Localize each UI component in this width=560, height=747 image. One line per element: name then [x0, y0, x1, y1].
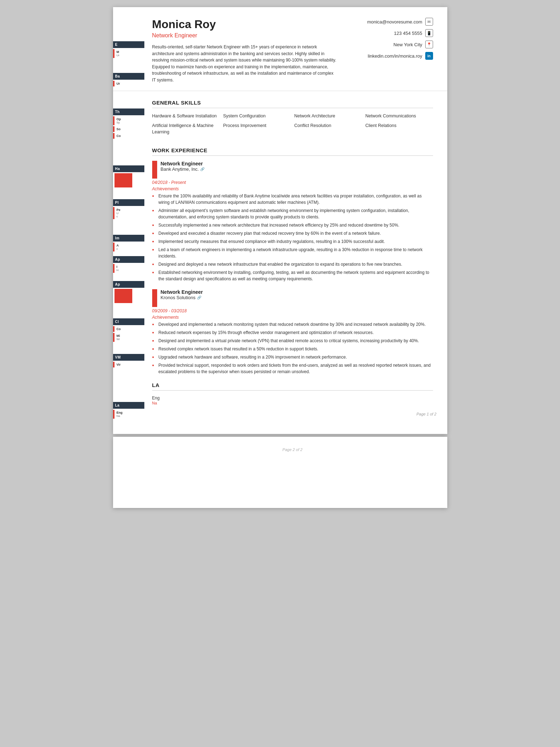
page2-footer-text: Page 2 of 2: [282, 447, 302, 452]
achievement-1-1: Reduced network expenses by 15% through …: [152, 329, 433, 336]
sidebar-item-a: A c: [113, 243, 144, 251]
skill-item-2: Network Architecture: [294, 113, 362, 120]
sidebar-section-im: Im A c: [113, 235, 144, 253]
job-achievements-list-1: Developed and implemented a network moni…: [152, 321, 433, 375]
sidebar-item-m: M Ur: [113, 49, 144, 58]
skills-section: GENERAL SKILLS Hardware & Software Insta…: [113, 91, 447, 139]
job-block-1: Network Engineer Kronos Solutions 🔗 09/2…: [152, 289, 433, 375]
sidebar-item-eng: Eng Na: [113, 410, 144, 419]
achievement-1-2: Designed and implemented a virtual priva…: [152, 338, 433, 344]
external-link-icon-0: 🔗: [200, 167, 204, 171]
achievement-1-5: Provided technical support, responded to…: [152, 362, 433, 375]
languages-item: Eng Na: [152, 396, 433, 406]
sidebar-item-co2: Co: [113, 326, 144, 332]
sidebar-section-ha: Ha: [113, 165, 144, 189]
resume-header: Monica Roy Network Engineer Results-orie…: [113, 7, 447, 91]
job-accent-bar-0: [152, 161, 157, 179]
job-header-0: Network Engineer Bank Anytime, Inc. 🔗: [161, 161, 205, 179]
sidebar-section-pl: Pl Pe U c: [113, 199, 144, 220]
sidebar-section-cl: Cl Co Mi Wi: [113, 318, 144, 343]
achievement-0-6: Designed and deployed a new network infr…: [152, 261, 433, 267]
sidebar-header-ha: Ha: [113, 165, 144, 172]
work-experience-title: WORK EXPERIENCE: [152, 147, 433, 156]
skill-item-7: Client Relations: [366, 123, 433, 135]
candidate-summary: Results-oriented, self-starter Network E…: [152, 44, 337, 84]
skill-item-1: System Configuration: [223, 113, 291, 120]
sidebar-section-ap2: Ap: [113, 281, 144, 304]
sidebar-section-la: La Eng Na: [113, 402, 144, 420]
skill-item-5: Process Improvement: [223, 123, 291, 135]
sidebar-section-vm: VM Vir: [113, 354, 144, 369]
location-icon: 📍: [425, 41, 433, 48]
job-date-1: 09/2009 - 03/2018: [152, 308, 433, 313]
phone-text: 123 454 5555: [394, 31, 422, 36]
sidebar-header-im: Im: [113, 235, 144, 242]
achievement-0-1: Administer all equipment's system softwa…: [152, 207, 433, 220]
languages-title-partial: LA: [152, 382, 433, 391]
sidebar-header-pl: Pl: [113, 199, 144, 206]
page1-footer: Page 1 of 2: [113, 409, 447, 419]
skill-item-3: Network Communications: [366, 113, 433, 120]
external-link-icon-1: 🔗: [197, 296, 201, 300]
sidebar-header-vm: VM: [113, 354, 144, 361]
sidebar-item-mi: Mi Wi: [113, 333, 144, 342]
languages-partial: LA Eng Na: [152, 382, 433, 406]
job-header-1: Network Engineer Kronos Solutions 🔗: [161, 289, 203, 307]
sidebar-header-la: La: [113, 402, 144, 409]
job-company-0: Bank Anytime, Inc. 🔗: [161, 166, 205, 172]
achievement-0-5: Led a team of network engineers in imple…: [152, 247, 433, 259]
sidebar-section-e: E M Ur: [113, 41, 144, 59]
sidebar-header-th: Th: [113, 108, 144, 115]
sidebar-item-pe: Pe U c: [113, 207, 144, 219]
candidate-name: Monica Roy: [152, 18, 337, 31]
job-accent-bar-1: [152, 289, 157, 307]
achievement-0-7: Established networking environment by in…: [152, 269, 433, 282]
sidebar-item-op: Op Sy: [113, 116, 144, 125]
page2-footer: Page 2 of 2: [152, 444, 433, 455]
job-title-0: Network Engineer: [161, 161, 205, 166]
phone-icon: 📱: [425, 29, 433, 37]
sidebar: E M Ur Ba Ur Th Op Sy So Co: [113, 7, 144, 434]
sidebar-section-ap1: Ap I H: [113, 256, 144, 274]
page-2: Page 2 of 2: [113, 437, 447, 508]
job-title-1: Network Engineer: [161, 289, 203, 295]
achievement-0-0: Ensure the 100% availability and reliabi…: [152, 193, 433, 206]
job-achievements-label-1: Achievements: [152, 315, 433, 320]
header-right: monica@novoresume.com ✉ 123 454 5555 📱 N…: [355, 18, 433, 60]
sidebar-item-vir: Vir: [113, 362, 144, 367]
skills-grid: Hardware & Software Installation System …: [152, 113, 433, 136]
linkedin-text: linkedin.com/in/monica.roy: [368, 53, 422, 59]
skill-item-0: Hardware & Software Installation: [152, 113, 220, 120]
job-achievements-list-0: Ensure the 100% availability and reliabi…: [152, 193, 433, 282]
skills-section-title: GENERAL SKILLS: [152, 100, 433, 108]
contact-location: New York City 📍: [394, 41, 433, 48]
contact-linkedin: linkedin.com/in/monica.roy in: [368, 52, 433, 60]
achievement-0-2: Successfully implemented a new network a…: [152, 222, 433, 228]
job-date-0: 04/2018 - Present: [152, 180, 433, 185]
sidebar-item-i: I H: [113, 264, 144, 273]
job-block-0: Network Engineer Bank Anytime, Inc. 🔗 04…: [152, 161, 433, 282]
achievement-1-0: Developed and implemented a network moni…: [152, 321, 433, 328]
job-achievements-label-0: Achievements: [152, 186, 433, 191]
sidebar-header-ba: Ba: [113, 73, 144, 80]
achievement-1-4: Upgraded network hardware and software, …: [152, 354, 433, 360]
linkedin-icon: in: [425, 52, 433, 60]
location-text: New York City: [394, 42, 422, 47]
email-icon: ✉: [425, 18, 433, 26]
sidebar-header-e: E: [113, 41, 144, 48]
sidebar-item-so: So: [113, 126, 144, 132]
skill-item-4: Artificial Intelligence & Machine Learni…: [152, 123, 220, 135]
sidebar-item-co: Co: [113, 133, 144, 139]
candidate-title: Network Engineer: [152, 32, 337, 39]
email-text: monica@novoresume.com: [367, 19, 422, 25]
achievement-0-4: Implemented security measures that ensur…: [152, 238, 433, 245]
sidebar-header-cl: Cl: [113, 318, 144, 325]
achievement-1-3: Resolved complex network issues that res…: [152, 346, 433, 352]
job-company-1: Kronos Solutions 🔗: [161, 295, 203, 300]
header-left: Monica Roy Network Engineer Results-orie…: [152, 18, 337, 84]
contact-phone: 123 454 5555 📱: [394, 29, 433, 37]
sidebar-section-th: Th Op Sy So Co: [113, 108, 144, 140]
sidebar-item-ur: Ur: [113, 81, 144, 86]
skill-item-6: Conflict Resolution: [294, 123, 362, 135]
sidebar-header-ap1: Ap: [113, 256, 144, 263]
